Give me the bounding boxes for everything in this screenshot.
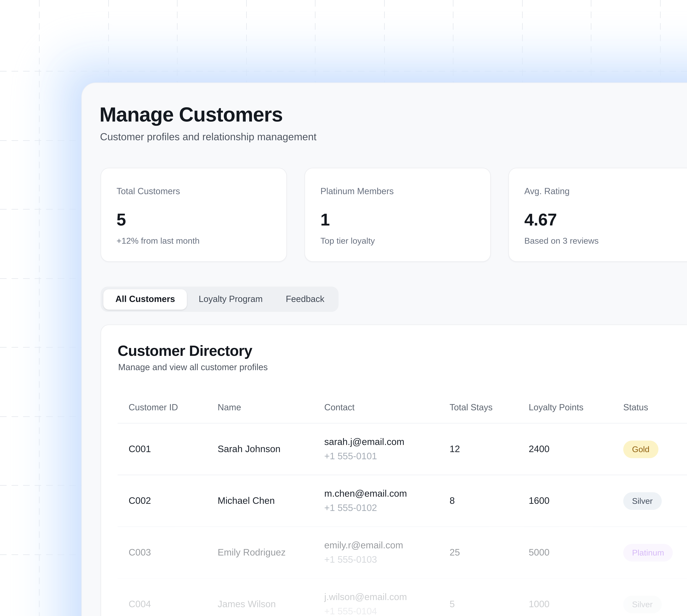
table-row: C002 Michael Chen m.chen@email.com +1 55…: [118, 475, 687, 526]
grid-line: [0, 71, 687, 71]
table-row: C004 James Wilson j.wilson@email.com +1 …: [118, 578, 687, 616]
stat-card: Avg. Rating 4.67 Based on 3 reviews: [508, 168, 687, 262]
cell-status: Gold: [623, 423, 658, 475]
contact-email: emily.r@email.com: [324, 538, 403, 552]
stat-note: Based on 3 reviews: [524, 236, 679, 246]
cell-contact: emily.r@email.com +1 555-0103: [324, 527, 403, 578]
contact-phone: +1 555-0103: [324, 552, 377, 567]
cell-name: James Wilson: [217, 579, 276, 616]
page-subtitle: Customer profiles and relationship manag…: [100, 129, 316, 145]
status-badge: Platinum: [623, 544, 673, 561]
tab-bar: All CustomersLoyalty ProgramFeedback: [100, 287, 339, 312]
cell-total-stays: 25: [450, 527, 460, 578]
status-badge: Silver: [623, 595, 661, 613]
cell-loyalty-points: 1600: [529, 475, 549, 526]
page-title: Manage Customers: [99, 102, 283, 128]
directory-subtitle: Manage and view all customer profiles: [118, 361, 268, 373]
cell-customer-id: C003: [129, 527, 151, 578]
cell-loyalty-points: 2400: [529, 423, 549, 475]
main-card: Manage Customers Customer profiles and r…: [81, 83, 687, 616]
stat-card: Total Customers 5 +12% from last month: [100, 168, 287, 262]
cell-total-stays: 5: [450, 579, 455, 616]
stat-card: Platinum Members 1 Top tier loyalty: [304, 168, 491, 262]
table-row: C003 Emily Rodriguez emily.r@email.com +…: [118, 526, 687, 578]
column-header: Name: [217, 401, 241, 414]
cell-total-stays: 12: [450, 423, 460, 475]
cell-contact: j.wilson@email.com +1 555-0104: [324, 579, 407, 616]
cell-status: Silver: [623, 579, 661, 616]
cell-name: Michael Chen: [217, 475, 275, 526]
stat-value: 1: [320, 209, 475, 231]
contact-email: j.wilson@email.com: [324, 590, 407, 604]
cell-total-stays: 8: [450, 475, 455, 526]
cell-loyalty-points: 5000: [529, 527, 549, 578]
contact-phone: +1 555-0104: [324, 604, 377, 616]
cell-name: Sarah Johnson: [217, 423, 280, 475]
tab-feedback[interactable]: Feedback: [274, 289, 336, 309]
cell-customer-id: C002: [129, 475, 151, 526]
page: Manage Customers Customer profiles and r…: [0, 0, 687, 616]
stat-label: Platinum Members: [320, 186, 475, 197]
stat-value: 5: [116, 209, 271, 231]
tab-all-customers[interactable]: All Customers: [103, 289, 187, 309]
cell-name: Emily Rodriguez: [217, 527, 285, 578]
stat-note: +12% from last month: [116, 236, 271, 246]
stat-note: Top tier loyalty: [320, 236, 475, 246]
cell-contact: sarah.j@email.com +1 555-0101: [324, 423, 404, 475]
column-header: Status: [623, 401, 648, 414]
grid-line: [39, 0, 40, 616]
contact-email: sarah.j@email.com: [324, 435, 404, 449]
column-header: Loyalty Points: [529, 401, 583, 414]
cell-status: Platinum: [623, 527, 673, 578]
stat-label: Total Customers: [116, 186, 271, 197]
cell-customer-id: C004: [129, 579, 151, 616]
status-badge: Gold: [623, 440, 658, 458]
stats-row: Total Customers 5 +12% from last month P…: [100, 168, 687, 262]
cell-contact: m.chen@email.com +1 555-0102: [324, 475, 407, 526]
cell-loyalty-points: 1000: [529, 579, 549, 616]
table-row: C001 Sarah Johnson sarah.j@email.com +1 …: [118, 423, 687, 475]
stat-value: 4.67: [524, 209, 679, 231]
contact-phone: +1 555-0101: [324, 449, 377, 463]
customer-directory-card: Customer Directory Manage and view all c…: [100, 325, 687, 616]
tab-loyalty-program[interactable]: Loyalty Program: [187, 289, 274, 309]
cell-customer-id: C001: [129, 423, 151, 475]
table-body: C001 Sarah Johnson sarah.j@email.com +1 …: [101, 423, 687, 616]
table-header: Customer IDNameContactTotal StaysLoyalty…: [101, 401, 687, 414]
contact-phone: +1 555-0102: [324, 501, 377, 515]
column-header: Customer ID: [129, 401, 178, 414]
status-badge: Silver: [623, 492, 661, 510]
contact-email: m.chen@email.com: [324, 486, 407, 501]
column-header: Total Stays: [450, 401, 493, 414]
cell-status: Silver: [623, 475, 661, 526]
directory-title: Customer Directory: [118, 342, 252, 360]
stat-label: Avg. Rating: [524, 186, 679, 197]
column-header: Contact: [324, 401, 354, 414]
